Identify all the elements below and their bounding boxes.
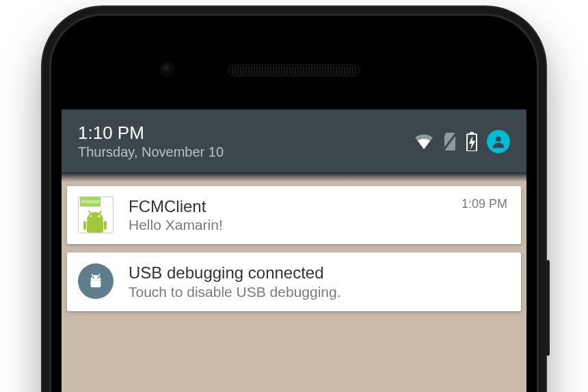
- notification-list: Android: [62, 182, 526, 311]
- svg-line-15: [92, 274, 93, 276]
- earpiece-speaker: [229, 66, 359, 75]
- front-camera: [162, 64, 173, 75]
- svg-rect-8: [83, 221, 86, 230]
- wifi-icon: [414, 134, 433, 149]
- svg-line-10: [89, 211, 91, 214]
- notification-subtitle: Touch to disable USB debugging.: [129, 284, 502, 300]
- android-app-icon-label: Android: [80, 197, 101, 207]
- svg-point-4: [496, 136, 501, 142]
- notification-subtitle: Hello Xamarin!: [129, 217, 456, 233]
- svg-rect-9: [104, 221, 107, 230]
- notification-card[interactable]: Android: [67, 186, 521, 245]
- header-shadow: [62, 172, 526, 182]
- user-avatar-icon[interactable]: [487, 130, 510, 153]
- phone-frame: 1:10 PM Thursday, November 10: [41, 5, 547, 392]
- notification-title: USB debugging connected: [129, 263, 502, 283]
- power-button[interactable]: [546, 260, 550, 356]
- no-sim-icon: [443, 133, 457, 151]
- svg-rect-12: [91, 280, 101, 288]
- battery-charging-icon: [466, 132, 477, 151]
- svg-point-6: [90, 215, 92, 217]
- usb-debug-icon: [78, 263, 113, 299]
- status-date: Thursday, November 10: [78, 144, 224, 160]
- notification-timestamp: 1:09 PM: [462, 197, 507, 211]
- clock-block: 1:10 PM Thursday, November 10: [78, 123, 224, 160]
- status-icon-tray: [414, 130, 510, 153]
- svg-line-11: [99, 211, 101, 214]
- notification-drawer-header[interactable]: 1:10 PM Thursday, November 10: [62, 109, 526, 172]
- notification-title: FCMClient: [129, 197, 456, 216]
- screen: 1:10 PM Thursday, November 10: [62, 109, 526, 392]
- svg-marker-3: [469, 136, 475, 150]
- svg-line-16: [98, 274, 100, 276]
- svg-point-7: [98, 215, 100, 217]
- svg-point-14: [98, 277, 99, 278]
- svg-point-13: [92, 277, 94, 278]
- android-app-icon: Android: [78, 197, 113, 233]
- notification-card[interactable]: USB debugging connected Touch to disable…: [67, 252, 521, 311]
- status-time: 1:10 PM: [78, 123, 224, 143]
- svg-rect-5: [87, 220, 103, 233]
